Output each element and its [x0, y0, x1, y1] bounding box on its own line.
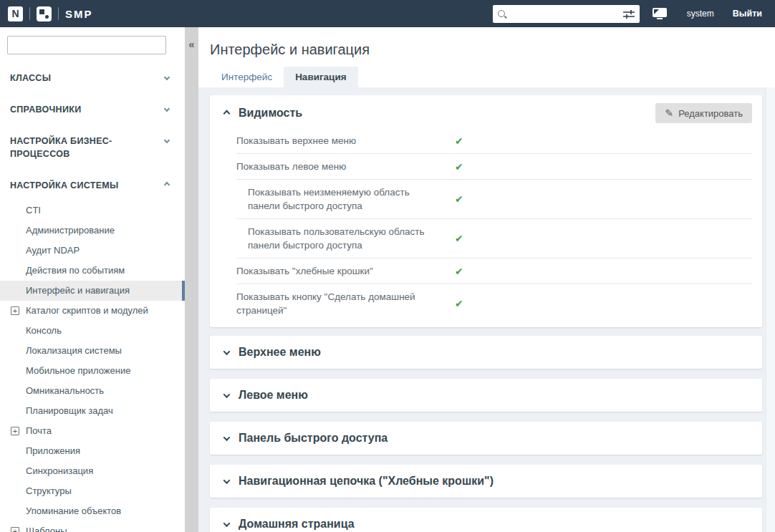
chevron-down-icon: [164, 74, 170, 80]
tab-content: Видимость ✎ Редактировать Показывать вер…: [198, 87, 766, 532]
sidebar-item-scripts-catalog[interactable]: +Каталог скриптов и модулей: [0, 301, 185, 321]
top-bar: N SMP system Выйти: [0, 0, 775, 27]
sidebar-item-object-mentions[interactable]: Упоминание объектов: [0, 501, 185, 521]
global-search[interactable]: [493, 5, 640, 23]
panel-title: Видимость: [239, 107, 302, 120]
logo-divider: [29, 7, 30, 20]
interface-switch-icon[interactable]: [651, 6, 668, 21]
page-title: Интерфейс и навигация: [210, 42, 775, 58]
expand-plus-icon[interactable]: +: [11, 427, 19, 435]
setting-row-fixed-quick-access: Показывать неизменяемую область панели б…: [236, 180, 752, 219]
chevron-down-icon: [223, 477, 231, 484]
content-scrollbar[interactable]: [766, 87, 775, 532]
panel-left-menu[interactable]: Левое меню: [210, 379, 762, 412]
sidebar-item-mail[interactable]: +Почта: [0, 421, 185, 441]
check-icon: ✔: [455, 298, 463, 309]
product-name: SMP: [65, 8, 93, 20]
setting-row-home-page-button: Показывать кнопку "Сделать домашней стра…: [236, 284, 752, 323]
visibility-panel: Видимость ✎ Редактировать Показывать вер…: [210, 95, 762, 327]
product-logo-icon: [37, 6, 52, 21]
pencil-icon: ✎: [665, 107, 673, 119]
page-header: Интерфейс и навигация Интерфейс Навигаци…: [198, 27, 775, 87]
expand-plus-icon[interactable]: +: [11, 527, 19, 532]
search-icon: [497, 9, 507, 19]
sidebar-item-structures[interactable]: Структуры: [0, 481, 185, 501]
check-icon: ✔: [455, 135, 463, 147]
setting-row-breadcrumbs: Показывать "хлебные крошки" ✔: [236, 258, 752, 284]
sidebar-item-templates[interactable]: +Шаблоны: [0, 521, 185, 532]
sidebar-item-synchronization[interactable]: Синхронизация: [0, 461, 185, 481]
logout-button[interactable]: Выйти: [733, 9, 762, 19]
sidebar-section-directories[interactable]: СПРАВОЧНИКИ: [0, 93, 185, 125]
sidebar-section-system-settings[interactable]: НАСТРОЙКА СИСТЕМЫ: [0, 169, 185, 200]
current-user[interactable]: system: [687, 9, 714, 19]
sidebar-item-administration[interactable]: Администрирование: [0, 221, 185, 241]
collapse-sidebar-icon[interactable]: «: [185, 38, 198, 50]
expand-plus-icon[interactable]: +: [11, 306, 19, 315]
panel-home-page[interactable]: Домашняя страница: [210, 508, 762, 532]
sidebar-item-task-scheduler[interactable]: Планировщик задач: [0, 401, 185, 421]
chevron-down-icon: [164, 106, 170, 112]
chevron-down-icon: [223, 391, 231, 398]
app-logo: N SMP: [8, 6, 93, 21]
sidebar-section-classes[interactable]: КЛАССЫ: [0, 62, 185, 93]
sidebar-item-interface-navigation[interactable]: Интерфейс и навигация: [0, 281, 185, 301]
sidebar-item-localization[interactable]: Локализация системы: [0, 341, 185, 361]
chevron-down-icon: [223, 434, 231, 441]
panel-top-menu[interactable]: Верхнее меню: [210, 336, 762, 369]
chevron-down-icon: [164, 137, 170, 143]
check-icon: ✔: [455, 161, 463, 173]
visibility-rows: Показывать верхнее меню ✔ Показывать лев…: [236, 128, 752, 323]
global-search-input[interactable]: [510, 9, 620, 19]
sidebar-item-applications[interactable]: Приложения: [0, 441, 185, 461]
sidebar-collapse-strip[interactable]: «: [185, 27, 198, 532]
sidebar-item-omnichannel[interactable]: Омниканальность: [0, 381, 185, 401]
logo-divider: [58, 7, 59, 20]
left-sidebar: КЛАССЫ СПРАВОЧНИКИ НАСТРОЙКА БИЗНЕС-ПРОЦ…: [0, 27, 185, 532]
sidebar-item-event-actions[interactable]: Действия по событиям: [0, 261, 185, 281]
tab-navigation[interactable]: Навигация: [284, 67, 357, 87]
setting-row-top-menu: Показывать верхнее меню ✔: [236, 128, 752, 154]
sidebar-item-mobile-app[interactable]: Мобильное приложение: [0, 361, 185, 381]
search-filter-icon[interactable]: [622, 9, 635, 19]
check-icon: ✔: [455, 193, 463, 205]
chevron-up-icon: [223, 110, 231, 117]
tab-bar: Интерфейс Навигация: [210, 67, 358, 87]
check-icon: ✔: [455, 266, 463, 277]
sidebar-item-cti[interactable]: CTI: [0, 200, 185, 221]
sidebar-section-business-processes[interactable]: НАСТРОЙКА БИЗНЕС-ПРОЦЕССОВ: [0, 125, 185, 169]
chevron-up-icon: [164, 182, 170, 188]
panel-breadcrumbs[interactable]: Навигационная цепочка ("Хлебные крошки"): [210, 465, 762, 498]
check-icon: ✔: [455, 233, 463, 244]
setting-row-left-menu: Показывать левое меню ✔: [236, 154, 752, 180]
sidebar-search-input[interactable]: [7, 36, 166, 54]
sidebar-item-console[interactable]: Консоль: [0, 321, 185, 341]
chevron-down-icon: [223, 348, 231, 355]
panel-quick-access[interactable]: Панель быстрого доступа: [210, 422, 762, 455]
chevron-down-icon: [223, 520, 231, 527]
edit-button[interactable]: ✎ Редактировать: [655, 103, 752, 123]
naumen-logo-icon: N: [8, 6, 23, 21]
setting-row-user-quick-access: Показывать пользовательскую область пане…: [236, 219, 752, 258]
tab-interface[interactable]: Интерфейс: [210, 67, 284, 87]
main-area: Интерфейс и навигация Интерфейс Навигаци…: [198, 27, 775, 532]
sidebar-item-audit-ndap[interactable]: Аудит NDAP: [0, 241, 185, 261]
